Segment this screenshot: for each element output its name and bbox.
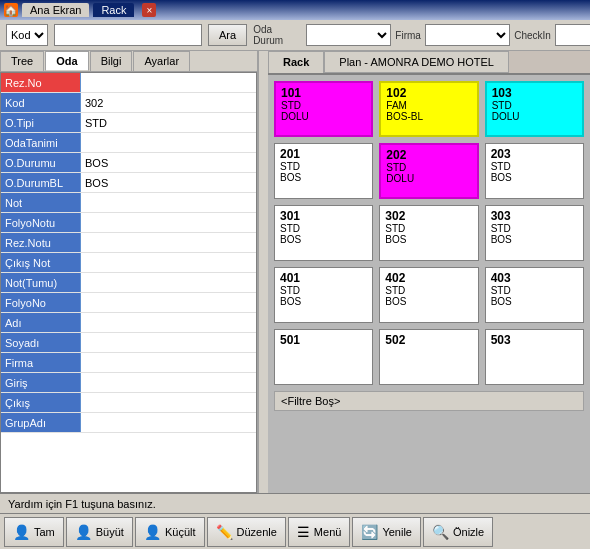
room-card[interactable]: 502 (379, 329, 478, 385)
bottom-btn-icon: ✏️ (216, 524, 233, 540)
title-bar: 🏠 Ana Ekran Rack × (0, 0, 590, 20)
main-container: Kod Ara Oda Durum Firma CheckIn CheckOut… (0, 20, 590, 549)
tab-ana-ekran[interactable]: Ana Ekran (22, 3, 89, 17)
room-card[interactable]: 401STDBOS (274, 267, 373, 323)
bottom-btn-label: Yenile (382, 526, 412, 538)
field-row[interactable]: FolyoNo (1, 293, 256, 313)
tab-tree[interactable]: Tree (0, 51, 44, 71)
room-number: 503 (491, 333, 578, 347)
room-card[interactable]: 102FAMBOS-BL (379, 81, 478, 137)
room-card[interactable]: 103STDDOLU (485, 81, 584, 137)
bottom-btn-küçült[interactable]: 👤Küçült (135, 517, 205, 547)
field-row[interactable]: Firma (1, 353, 256, 373)
room-number: 101 (281, 86, 366, 100)
field-label: FolyoNo (1, 293, 81, 312)
field-row[interactable]: OdaTanimi (1, 133, 256, 153)
field-row[interactable]: Rez.Notu (1, 233, 256, 253)
bottom-btn-icon: 🔄 (361, 524, 378, 540)
room-number: 203 (491, 147, 578, 161)
field-value (81, 133, 256, 152)
tab-oda[interactable]: Oda (45, 51, 88, 71)
room-type: STD (491, 161, 578, 172)
right-panel: Rack Plan - AMONRA DEMO HOTEL 101STDDOLU… (268, 51, 590, 493)
rack-area[interactable]: 101STDDOLU102FAMBOS-BL103STDDOLU201STDBO… (268, 75, 590, 493)
field-label: GrupAdı (1, 413, 81, 432)
room-card[interactable]: 203STDBOS (485, 143, 584, 199)
bottom-btn-yenile[interactable]: 🔄Yenile (352, 517, 421, 547)
bottom-toolbar: 👤Tam👤Büyüt👤Küçült✏️Düzenle☰Menü🔄Yenile🔍Ö… (0, 513, 590, 549)
left-tabs: Tree Oda Bilgi Ayarlar (0, 51, 257, 72)
room-status: BOS (491, 172, 578, 183)
field-value: BOS (81, 153, 256, 172)
bottom-btn-menü[interactable]: ☰Menü (288, 517, 351, 547)
field-value: STD (81, 113, 256, 132)
room-card[interactable]: 503 (485, 329, 584, 385)
room-number: 103 (492, 86, 577, 100)
field-label: Rez.No (1, 73, 81, 92)
tab-bilgi[interactable]: Bilgi (90, 51, 133, 71)
field-row[interactable]: Rez.No (1, 73, 256, 93)
room-card[interactable]: 303STDBOS (485, 205, 584, 261)
kod-select[interactable]: Kod (6, 24, 48, 46)
field-row[interactable]: O.DurumuBOS (1, 153, 256, 173)
room-card[interactable]: 302STDBOS (379, 205, 478, 261)
field-row[interactable]: O.TipiSTD (1, 113, 256, 133)
room-card[interactable]: 201STDBOS (274, 143, 373, 199)
field-row[interactable]: FolyoNotu (1, 213, 256, 233)
field-row[interactable]: Adı (1, 313, 256, 333)
ara-button[interactable]: Ara (208, 24, 247, 46)
field-label: FolyoNotu (1, 213, 81, 232)
checkin-select[interactable] (555, 24, 590, 46)
field-label: Kod (1, 93, 81, 112)
room-number: 303 (491, 209, 578, 223)
room-card[interactable]: 202STDDOLU (379, 143, 478, 199)
bottom-btn-düzenle[interactable]: ✏️Düzenle (207, 517, 286, 547)
bottom-btn-label: Tam (34, 526, 55, 538)
tab-rack[interactable]: Rack (268, 51, 324, 73)
field-row[interactable]: Çıkış Not (1, 253, 256, 273)
bottom-btn-icon: 🔍 (432, 524, 449, 540)
room-status: BOS (280, 172, 367, 183)
field-label: O.Durumu (1, 153, 81, 172)
room-number: 102 (386, 86, 471, 100)
room-status: DOLU (386, 173, 471, 184)
field-row[interactable]: Giriş (1, 373, 256, 393)
bottom-btn-önizle[interactable]: 🔍Önizle (423, 517, 493, 547)
tab-rack[interactable]: Rack (93, 3, 134, 17)
room-type: STD (492, 100, 577, 111)
checkin-label: CheckIn (514, 30, 551, 41)
search-input[interactable] (54, 24, 202, 46)
field-value (81, 293, 256, 312)
field-value (81, 273, 256, 292)
room-type: STD (385, 223, 472, 234)
room-card[interactable]: 402STDBOS (379, 267, 478, 323)
room-number: 402 (385, 271, 472, 285)
tab-plan[interactable]: Plan - AMONRA DEMO HOTEL (324, 51, 509, 73)
bottom-btn-tam[interactable]: 👤Tam (4, 517, 64, 547)
room-card[interactable]: 403STDBOS (485, 267, 584, 323)
oda-durum-select[interactable] (306, 24, 391, 46)
room-card[interactable]: 301STDBOS (274, 205, 373, 261)
field-row[interactable]: Not (1, 193, 256, 213)
room-status: BOS (491, 296, 578, 307)
room-status: BOS (280, 296, 367, 307)
room-card[interactable]: 501 (274, 329, 373, 385)
field-row[interactable]: Kod302 (1, 93, 256, 113)
room-card[interactable]: 101STDDOLU (274, 81, 373, 137)
firma-select[interactable] (425, 24, 510, 46)
field-row[interactable]: Soyadı (1, 333, 256, 353)
room-number: 201 (280, 147, 367, 161)
scroll-indicator[interactable] (258, 51, 268, 493)
room-status: BOS (280, 234, 367, 245)
close-button[interactable]: × (142, 3, 156, 17)
status-bar: Yardım için F1 tuşuna basınız. (0, 493, 590, 513)
field-row[interactable]: Not(Tumu) (1, 273, 256, 293)
bottom-btn-büyüt[interactable]: 👤Büyüt (66, 517, 133, 547)
bottom-btn-label: Menü (314, 526, 342, 538)
field-row[interactable]: GrupAdı (1, 413, 256, 433)
field-row[interactable]: O.DurumBLBOS (1, 173, 256, 193)
bottom-btn-icon: 👤 (13, 524, 30, 540)
tab-ayarlar[interactable]: Ayarlar (133, 51, 190, 71)
field-row[interactable]: Çıkış (1, 393, 256, 413)
field-value (81, 353, 256, 372)
